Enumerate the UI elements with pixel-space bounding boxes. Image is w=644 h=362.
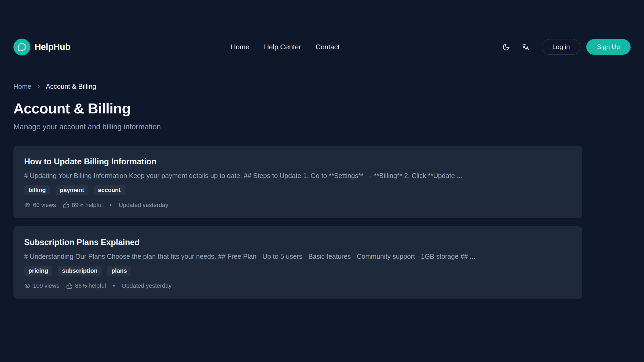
thumbs-up-icon xyxy=(63,202,69,208)
tag[interactable]: billing xyxy=(24,185,50,195)
chevron-right-icon xyxy=(36,84,42,90)
main-content: Home Account & Billing Account & Billing… xyxy=(0,83,644,299)
views-count: 60 views xyxy=(33,202,56,209)
helpful-stat: 86% helpful xyxy=(66,282,106,289)
chat-bubble-icon xyxy=(17,42,27,51)
helpful-percent: 89% helpful xyxy=(72,202,103,209)
article-card[interactable]: How to Update Billing Information # Upda… xyxy=(13,146,582,218)
article-meta: 109 views 86% helpful • Updated yesterda… xyxy=(24,282,572,289)
article-list: How to Update Billing Information # Upda… xyxy=(13,146,582,299)
breadcrumb-current: Account & Billing xyxy=(46,83,96,90)
updated-label: Updated yesterday xyxy=(122,282,172,289)
breadcrumb-home[interactable]: Home xyxy=(13,83,31,90)
site-header: HelpHub Home Help Center Contact xyxy=(0,0,644,61)
breadcrumb: Home Account & Billing xyxy=(13,83,582,90)
updated-label: Updated yesterday xyxy=(119,202,168,209)
translate-icon xyxy=(522,43,529,51)
brand-name: HelpHub xyxy=(35,42,71,52)
moon-icon xyxy=(502,43,510,51)
views-count: 109 views xyxy=(33,282,59,289)
tag[interactable]: account xyxy=(94,185,125,195)
tag[interactable]: subscription xyxy=(58,266,102,276)
brand[interactable]: HelpHub xyxy=(13,39,71,56)
helpful-percent: 86% helpful xyxy=(75,282,106,289)
tag-row: billing payment account xyxy=(24,185,572,195)
article-title[interactable]: Subscription Plans Explained xyxy=(24,238,572,247)
page-subtitle: Manage your account and billing informat… xyxy=(13,123,582,131)
helpful-stat: 89% helpful xyxy=(63,202,103,209)
eye-icon xyxy=(24,283,31,289)
meta-separator: • xyxy=(110,202,112,209)
login-button[interactable]: Log in xyxy=(542,39,580,55)
views-stat: 60 views xyxy=(24,202,56,209)
meta-separator: • xyxy=(113,282,115,289)
eye-icon xyxy=(24,202,31,208)
header-controls: Log in Sign Up xyxy=(500,39,631,55)
article-preview: # Updating Your Billing Information Keep… xyxy=(24,172,572,180)
article-title[interactable]: How to Update Billing Information xyxy=(24,157,572,167)
signup-button[interactable]: Sign Up xyxy=(586,39,631,55)
article-preview: # Understanding Our Plans Choose the pla… xyxy=(24,253,572,260)
language-switcher[interactable] xyxy=(519,41,532,53)
tag[interactable]: payment xyxy=(56,185,88,195)
page-title: Account & Billing xyxy=(13,100,582,117)
tag[interactable]: pricing xyxy=(24,266,52,276)
article-card[interactable]: Subscription Plans Explained # Understan… xyxy=(13,226,582,299)
nav-home[interactable]: Home xyxy=(231,43,249,51)
main-nav: Home Help Center Contact xyxy=(71,43,500,51)
helphub-logo xyxy=(13,39,30,56)
views-stat: 109 views xyxy=(24,282,59,289)
tag-row: pricing subscription plans xyxy=(24,266,572,276)
nav-help-center[interactable]: Help Center xyxy=(264,43,301,51)
tag[interactable]: plans xyxy=(107,266,131,276)
nav-contact[interactable]: Contact xyxy=(316,43,340,51)
dark-mode-toggle[interactable] xyxy=(500,41,512,53)
article-meta: 60 views 89% helpful • Updated yesterday xyxy=(24,202,572,209)
thumbs-up-icon xyxy=(66,283,73,289)
